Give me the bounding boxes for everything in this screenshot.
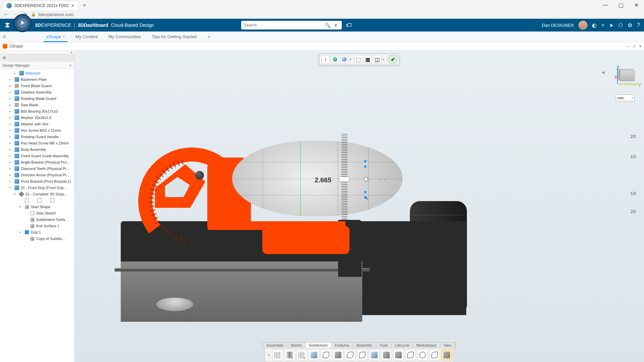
cmd-tab-essentials[interactable]: Essentials xyxy=(263,343,287,348)
search-dropdown[interactable]: ▾ xyxy=(332,21,339,29)
tree-item[interactable]: Subdivision Surfa... xyxy=(0,216,74,223)
widget-fullscreen[interactable]: ⤢ xyxy=(633,44,636,49)
3d-viewport[interactable]: ⁝ ▾ ⬚ ▦ ◫ ▾ ✔ ◂ Z X Y mm ▾ xyxy=(74,50,644,362)
tree-item[interactable]: ▸Rotating Blade Guard xyxy=(0,95,74,102)
search-box[interactable]: 🔍 ▾ xyxy=(241,21,342,29)
search-input[interactable] xyxy=(244,23,325,27)
manipulator-handle[interactable] xyxy=(364,165,367,168)
close-tab-icon[interactable]: ✕ xyxy=(71,3,74,8)
pick-tool[interactable]: ⁝ xyxy=(322,55,330,63)
tree-item[interactable]: ▾01 - Complete 3D Shap... xyxy=(0,191,74,197)
manipulator-origin[interactable] xyxy=(364,177,368,182)
toolbar-expand[interactable]: ▾ xyxy=(266,353,271,357)
cmd-tab-subdivision[interactable]: Subdivision xyxy=(306,343,331,348)
shell-tool[interactable] xyxy=(369,350,380,360)
tree-item[interactable]: Knit Surface.1 xyxy=(0,223,74,229)
tree-item[interactable]: ▸Gearbox Assembly xyxy=(0,89,74,95)
manipulator-handle[interactable] xyxy=(364,160,367,163)
fill-tool[interactable] xyxy=(309,350,319,360)
cmd-tab-sketch[interactable]: Sketch xyxy=(287,343,306,348)
ds-logo-icon[interactable] xyxy=(3,20,12,30)
tree-item[interactable]: ▸Basement Plate xyxy=(0,76,74,82)
help-icon[interactable]: ? xyxy=(637,22,640,28)
primitive-cylinder[interactable]: ▾ xyxy=(284,350,295,360)
apps-icon[interactable]: ⚙ xyxy=(628,22,632,28)
tree-item[interactable]: ▸Pivot Bracket (Pivot Bracket.1) xyxy=(0,178,74,184)
sweep-tool[interactable] xyxy=(321,350,331,360)
cmd-tab-tools[interactable]: Tools xyxy=(376,343,392,348)
box-tool[interactable]: ▾ xyxy=(381,350,392,360)
loft-tool[interactable] xyxy=(357,350,368,360)
bend-tool[interactable] xyxy=(345,350,356,360)
nav-tab-xshape[interactable]: xShape▾ xyxy=(41,32,70,42)
shading-dropdown[interactable]: ▾ xyxy=(350,58,353,61)
subtract-tool[interactable] xyxy=(393,350,404,360)
share-icon[interactable]: ➤ xyxy=(609,22,613,28)
view-cube[interactable]: ◂ Z X Y xyxy=(614,66,635,81)
tree-item[interactable]: ▸Direction Arrow (Physical Pr... xyxy=(0,172,74,178)
tree-item[interactable]: ▸Body Assembly xyxy=(0,146,74,153)
tree-item[interactable]: ▸Saw Blade xyxy=(0,102,74,108)
window-minimize[interactable]: ― xyxy=(598,0,613,10)
iso-dropdown[interactable]: ▾ xyxy=(383,58,386,61)
tree-item[interactable]: ▸Fixed Guard Guide Assembly xyxy=(0,153,74,159)
add-icon[interactable]: + xyxy=(601,22,604,28)
tree-item[interactable]: ▸Rotating Guard Handle xyxy=(0,133,74,140)
cmd-tab-view[interactable]: View xyxy=(440,343,455,348)
tree-view-icon[interactable]: ⊞ xyxy=(0,54,9,62)
tree-item[interactable]: Side Sketch xyxy=(0,210,74,216)
tree-item[interactable]: ▾Start Shape xyxy=(0,203,74,210)
widget-minimize[interactable]: — xyxy=(625,44,629,49)
nav-tab-my-communities[interactable]: My Communities xyxy=(103,32,147,42)
add-tab-button[interactable]: + xyxy=(202,32,216,42)
tree-item[interactable]: ▸Hex Screw M10 x 12mm xyxy=(0,127,74,133)
grid-tool[interactable] xyxy=(272,350,283,360)
tree-item[interactable]: ▸Pan Head Screw M6 x 15mm xyxy=(0,140,74,146)
tree-item[interactable]: ▸Washer with Slot xyxy=(0,121,74,127)
search-icon[interactable]: 🔍 xyxy=(325,22,330,28)
plane-tool[interactable]: ▾ xyxy=(297,350,307,360)
tree-item[interactable]: ▸Angle Bracket (Physical Pro... xyxy=(0,159,74,165)
window-close[interactable]: ✕ xyxy=(629,0,644,10)
measurement-indicator[interactable] xyxy=(339,177,350,181)
new-tab-button[interactable]: + xyxy=(79,1,89,10)
section-view[interactable]: ▦ xyxy=(364,55,372,63)
sphere-tool[interactable] xyxy=(417,350,428,360)
tree-item[interactable]: Copy of Subdivi... xyxy=(0,235,74,242)
cmd-tab-lifecycle[interactable]: Lifecycle xyxy=(392,343,413,348)
cmd-tab-marketplace[interactable]: Marketplace xyxy=(413,343,440,348)
compass-button[interactable] xyxy=(13,14,32,32)
window-maximize[interactable]: ▢ xyxy=(613,0,629,10)
sidebar-toggle[interactable]: ≡ xyxy=(3,34,11,40)
rotation-arc[interactable] xyxy=(368,174,382,184)
tree-item[interactable]: ▾Grip 1 xyxy=(0,229,74,235)
tree-item[interactable]: ▸Washer 16x26x1.5 xyxy=(0,114,74,121)
tree-item[interactable]: ▸Diamond Teeth (Physical Pr... xyxy=(0,165,74,172)
nav-tab-my-content[interactable]: My Content xyxy=(70,32,103,42)
collaborate-icon[interactable]: ⚇ xyxy=(618,22,623,28)
notifications-icon[interactable]: ◐ xyxy=(592,22,597,28)
tree-item[interactable]: ▸Ball Bearing 35x17x10 xyxy=(0,108,74,114)
shading-mode[interactable] xyxy=(340,55,348,63)
bridge-tool[interactable] xyxy=(429,350,440,360)
iso-view[interactable]: ◫ xyxy=(373,55,381,63)
avatar[interactable] xyxy=(579,21,587,29)
fit-view[interactable]: ⬚ xyxy=(355,55,363,63)
extrude-tool[interactable] xyxy=(333,350,343,360)
nav-tab-tips-for-getting-started[interactable]: Tips for Getting Started xyxy=(146,32,202,42)
url-text[interactable]: 3dexperience.com xyxy=(38,12,73,17)
viewcube-collapse[interactable]: ◂ xyxy=(602,69,604,75)
tree-item[interactable]: ▸Fixed Blade Guard xyxy=(0,82,74,89)
confirm-button[interactable]: ✔ xyxy=(389,55,397,63)
cmd-tab-assembly[interactable]: Assembly xyxy=(353,343,376,348)
tree-item[interactable]: ▸Materials xyxy=(0,70,74,76)
manipulator-handle[interactable] xyxy=(364,190,367,194)
nav-back[interactable]: ← xyxy=(3,11,9,18)
tree-item[interactable] xyxy=(0,197,74,203)
widget-menu[interactable]: ▾ xyxy=(639,44,641,49)
tree-filter-input[interactable] xyxy=(9,54,74,62)
panel-menu-icon[interactable]: ≡ xyxy=(69,63,71,67)
subd-cage-tool[interactable] xyxy=(441,350,452,360)
browser-tab[interactable]: 3DEXPERIENCE 2021x FD02 ✕ xyxy=(3,1,78,10)
tree-item[interactable]: ▾01 - Front Grip (Front Grip ... xyxy=(0,184,74,191)
